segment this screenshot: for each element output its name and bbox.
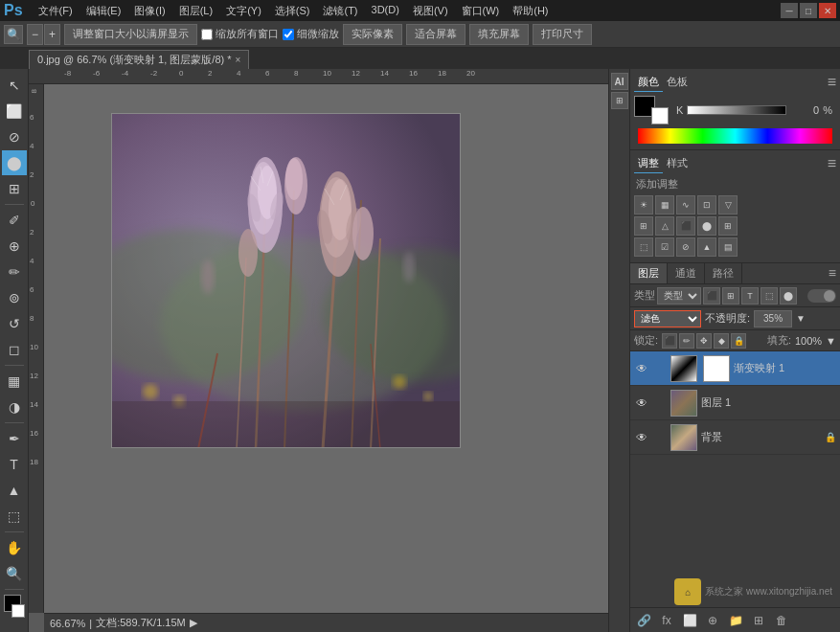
channelmix-icon[interactable]: ⊞ bbox=[718, 216, 738, 236]
layers-panel-menu[interactable]: ≡ bbox=[825, 263, 840, 283]
color-panel-menu[interactable]: ≡ bbox=[828, 74, 836, 91]
adj-panel-menu[interactable]: ≡ bbox=[828, 155, 836, 172]
zoom-out-button[interactable]: − bbox=[27, 24, 43, 45]
zoom-tool-icon[interactable]: 🔍 bbox=[4, 25, 23, 44]
levels-icon[interactable]: ▦ bbox=[655, 195, 674, 214]
color-tab[interactable]: 颜色 bbox=[634, 73, 663, 92]
fg-bg-color-swatch[interactable] bbox=[2, 593, 27, 620]
menu-text[interactable]: 文字(Y) bbox=[220, 2, 267, 20]
layer-mask-gradient[interactable] bbox=[703, 355, 730, 382]
add-mask-icon[interactable]: ⬜ bbox=[680, 611, 699, 630]
vibrance-icon[interactable]: ▽ bbox=[718, 195, 738, 214]
filter-type-icon[interactable]: T bbox=[741, 287, 759, 305]
layer-visibility-bg[interactable]: 👁 bbox=[634, 430, 649, 445]
zoom-all-check[interactable]: 缩放所有窗口 bbox=[201, 27, 279, 41]
lasso-tool[interactable]: ⊘ bbox=[2, 124, 27, 149]
menu-view[interactable]: 视图(V) bbox=[407, 2, 454, 20]
eraser-tool[interactable]: ◻ bbox=[2, 337, 27, 362]
zoom-in-button[interactable]: + bbox=[44, 24, 60, 45]
history-brush[interactable]: ↺ bbox=[2, 311, 27, 336]
canvas-viewport[interactable] bbox=[44, 84, 608, 613]
threshold-icon[interactable]: ▲ bbox=[697, 237, 716, 257]
menu-layer[interactable]: 图层(L) bbox=[173, 2, 218, 20]
background-color[interactable] bbox=[11, 604, 25, 618]
menu-edit[interactable]: 编辑(E) bbox=[80, 2, 127, 20]
stamp-tool[interactable]: ⊚ bbox=[2, 285, 27, 310]
photofilter-icon[interactable]: ⬤ bbox=[697, 216, 716, 236]
quick-select-tool[interactable]: ⬤ bbox=[2, 150, 27, 175]
type-tool[interactable]: T bbox=[2, 452, 27, 477]
colorbalance-icon[interactable]: △ bbox=[655, 216, 674, 236]
add-fx-icon[interactable]: fx bbox=[657, 611, 676, 630]
zoom-tool[interactable]: 🔍 bbox=[2, 561, 27, 586]
menu-file[interactable]: 文件(F) bbox=[33, 2, 79, 20]
curves-icon[interactable]: ∿ bbox=[676, 195, 695, 214]
paths-tab[interactable]: 路径 bbox=[705, 263, 742, 283]
fill-screen-button[interactable]: 填充屏幕 bbox=[469, 24, 529, 45]
eyedropper-tool[interactable]: ✐ bbox=[2, 208, 27, 233]
adjustments-tab[interactable]: 调整 bbox=[634, 154, 663, 173]
layer-type-filter[interactable]: 类型 名称 bbox=[657, 287, 701, 305]
status-arrow[interactable]: ▶ bbox=[190, 617, 197, 629]
tab-close-icon[interactable]: × bbox=[236, 55, 241, 65]
menu-help[interactable]: 帮助(H) bbox=[507, 2, 554, 20]
color-spectrum[interactable] bbox=[638, 128, 832, 144]
fit-screen-button2[interactable]: 适合屏幕 bbox=[406, 24, 465, 45]
menu-3d[interactable]: 3D(D) bbox=[366, 2, 405, 20]
link-layers-icon[interactable]: 🔗 bbox=[634, 611, 653, 630]
heal-tool[interactable]: ⊕ bbox=[2, 234, 27, 259]
print-size-button[interactable]: 打印尺寸 bbox=[533, 24, 592, 45]
colorlookup-icon[interactable]: ⬚ bbox=[634, 237, 653, 257]
path-select-tool[interactable]: ▲ bbox=[2, 478, 27, 503]
filter-adjust-icon[interactable]: ⊞ bbox=[722, 287, 739, 305]
lock-pixels-icon[interactable]: ✏ bbox=[679, 333, 694, 349]
actual-pixels-button[interactable]: 实际像素 bbox=[343, 24, 402, 45]
hsl-icon[interactable]: ⊞ bbox=[634, 216, 653, 236]
scrubby-zoom-checkbox[interactable] bbox=[283, 29, 294, 40]
layer-item-layer1[interactable]: 👁 图层 1 bbox=[630, 386, 840, 420]
brush-tool[interactable]: ✏ bbox=[2, 260, 27, 284]
exposure-icon[interactable]: ⊡ bbox=[697, 195, 716, 214]
layer-visibility-layer1[interactable]: 👁 bbox=[634, 395, 649, 411]
new-group-icon[interactable]: 📁 bbox=[726, 611, 745, 630]
delete-layer-icon[interactable]: 🗑 bbox=[772, 611, 791, 630]
layer-item-background[interactable]: 👁 背景 🔒 bbox=[630, 420, 840, 455]
layers-tab[interactable]: 图层 bbox=[630, 263, 668, 283]
dodge-tool[interactable]: ◑ bbox=[2, 395, 27, 419]
maximize-button[interactable]: □ bbox=[800, 3, 817, 18]
marquee-tool[interactable]: ⬜ bbox=[2, 99, 27, 124]
brightness-icon[interactable]: ☀ bbox=[634, 195, 653, 214]
lock-position-icon[interactable]: ✥ bbox=[696, 333, 712, 349]
blend-mode-select[interactable]: 滤色 正常 溶解 变暗 正片叠底 颜色加深 线性加深 深色 变亮 滤色 bbox=[634, 310, 701, 327]
gradient-tool[interactable]: ▦ bbox=[2, 369, 27, 394]
crop-tool[interactable]: ⊞ bbox=[2, 176, 27, 201]
opacity-value[interactable]: 35% bbox=[754, 310, 792, 327]
filter-smartobj-icon[interactable]: ⬤ bbox=[780, 287, 797, 305]
shape-tool[interactable]: ⬚ bbox=[2, 504, 27, 529]
posterize-icon[interactable]: ⊘ bbox=[676, 237, 695, 257]
menu-select[interactable]: 选择(S) bbox=[269, 2, 316, 20]
swatches-tab[interactable]: 色板 bbox=[663, 73, 692, 92]
hand-tool[interactable]: ✋ bbox=[2, 535, 27, 560]
lock-artboard-icon[interactable]: ◆ bbox=[714, 333, 729, 349]
menu-window[interactable]: 窗口(W) bbox=[456, 2, 506, 20]
menu-image[interactable]: 图像(I) bbox=[128, 2, 170, 20]
close-button[interactable]: ✕ bbox=[819, 3, 836, 18]
bw-icon[interactable]: ⬛ bbox=[676, 216, 695, 236]
k-slider-track[interactable] bbox=[687, 105, 786, 115]
move-tool[interactable]: ↖ bbox=[2, 73, 27, 98]
pen-tool[interactable]: ✒ bbox=[2, 426, 27, 451]
filter-shape-icon[interactable]: ⬚ bbox=[761, 287, 778, 305]
invert-icon[interactable]: ☑ bbox=[655, 237, 674, 257]
styles-tab[interactable]: 样式 bbox=[663, 154, 692, 173]
new-layer-icon[interactable]: ⊞ bbox=[749, 611, 768, 630]
menu-filter[interactable]: 滤镜(T) bbox=[317, 2, 363, 20]
background-swatch[interactable] bbox=[651, 107, 669, 124]
new-fill-adj-icon[interactable]: ⊕ bbox=[703, 611, 722, 630]
lock-transparent-icon[interactable]: ⬛ bbox=[662, 333, 677, 349]
gradientmap-icon[interactable]: ▤ bbox=[718, 237, 738, 257]
lock-all-icon[interactable]: 🔒 bbox=[731, 333, 746, 349]
layer-filter-toggle[interactable] bbox=[807, 289, 836, 303]
layer-item-gradient-map[interactable]: 👁 渐变映射 1 bbox=[630, 351, 840, 386]
scrubby-zoom-check[interactable]: 细微缩放 bbox=[283, 27, 339, 41]
